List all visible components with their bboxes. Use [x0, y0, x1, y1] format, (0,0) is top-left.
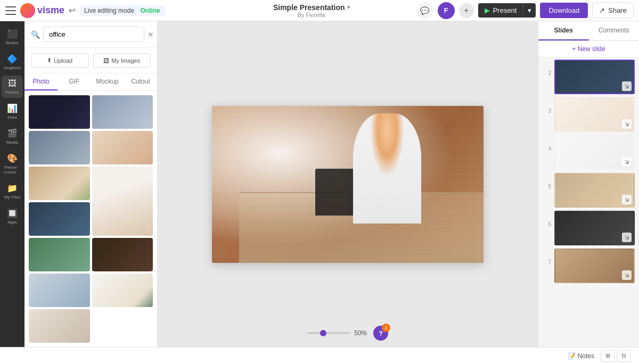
- undo-icon[interactable]: ↩: [69, 5, 76, 15]
- menu-icon[interactable]: [5, 6, 16, 15]
- slides-tabs: Slides Comments: [538, 21, 639, 41]
- slide-item-6[interactable]: 6 ⇲: [543, 211, 635, 245]
- image-grid: [24, 91, 157, 347]
- add-collaborator-button[interactable]: +: [459, 3, 474, 18]
- tab-mockup[interactable]: Mockup: [91, 73, 124, 90]
- slide-item-4[interactable]: 4 ⇲: [543, 135, 635, 170]
- photos-panel: 🔍 ✕ ⬆ Upload 🖼 My Images Photo GIF Mocku…: [24, 21, 158, 347]
- my-images-icon: 🖼: [103, 57, 109, 64]
- sidebar-item-graphics[interactable]: 🔷 Graphics: [2, 51, 23, 73]
- live-badge: Live editing mode Online: [80, 5, 165, 16]
- live-label: Live editing mode: [84, 7, 134, 14]
- upload-button[interactable]: ⬆ Upload: [31, 53, 89, 68]
- slide-action-icon-6: ⇲: [622, 233, 632, 242]
- zoom-thumb[interactable]: [320, 330, 326, 336]
- slide-action-icon-5: ⇲: [622, 195, 632, 204]
- tab-gif[interactable]: GIF: [58, 73, 91, 90]
- search-clear-icon[interactable]: ✕: [148, 30, 154, 39]
- sidebar-label-basics: Basics: [6, 40, 19, 45]
- list-view-button[interactable]: ⊟: [617, 350, 630, 362]
- sidebar-label-apps: Apps: [7, 220, 17, 225]
- canvas-bottom: 50% ? 2: [307, 326, 388, 341]
- view-buttons: ⊞ ⊟: [601, 350, 630, 362]
- photo-thumb-5[interactable]: [29, 167, 90, 200]
- new-slide-button[interactable]: + New slide: [538, 41, 639, 57]
- presentation-title[interactable]: Simple Presentation ▾ By Fiorella: [273, 3, 350, 18]
- photo-thumb-8[interactable]: [29, 238, 90, 271]
- slide-number-5: 5: [543, 173, 551, 189]
- photo-tabs: Photo GIF Mockup Cutout: [24, 73, 157, 91]
- photo-thumb-11[interactable]: [92, 274, 153, 307]
- photos-icon: 🖼: [8, 79, 17, 88]
- photo-thumb-9[interactable]: [92, 238, 153, 271]
- grid-view-button[interactable]: ⊞: [601, 350, 615, 362]
- share-button[interactable]: ↗ Share: [592, 3, 634, 18]
- search-input[interactable]: [43, 27, 144, 42]
- slide-thumb-5[interactable]: ⇲: [554, 173, 635, 208]
- slide-thumb-7[interactable]: ⇲: [554, 249, 635, 283]
- download-button[interactable]: Download: [540, 3, 588, 18]
- photo-thumb-6[interactable]: [92, 167, 153, 236]
- my-images-button[interactable]: 🖼 My Images: [93, 53, 151, 68]
- tab-slides[interactable]: Slides: [538, 21, 589, 40]
- slide-thumb-6[interactable]: ⇲: [554, 211, 635, 245]
- tab-photo[interactable]: Photo: [24, 73, 58, 90]
- upload-icon: ⬆: [47, 57, 52, 64]
- slide-item-2[interactable]: 2 ⇲: [543, 60, 635, 94]
- notes-button[interactable]: 📝 Notes: [568, 352, 594, 360]
- my-images-label: My Images: [111, 57, 140, 64]
- theme-icon: 🎨: [7, 153, 18, 163]
- photo-thumb-7[interactable]: [29, 202, 90, 236]
- zoom-label: 50%: [354, 329, 367, 337]
- topbar-right: 💬 F + ▶ Present ▾ Download ↗ Share: [416, 2, 634, 19]
- present-label: Present: [493, 6, 517, 14]
- sidebar-label-myfiles: My Files: [4, 195, 20, 200]
- sidebar-item-theme[interactable]: 🎨 Theme Colors: [2, 150, 23, 178]
- photo-thumb-10[interactable]: [29, 274, 90, 307]
- sidebar-item-apps[interactable]: 🔲 Apps: [2, 205, 23, 228]
- person-silhouette: [353, 113, 421, 224]
- present-dropdown-icon[interactable]: ▾: [523, 3, 536, 18]
- slide-thumb-3[interactable]: ⇲: [554, 97, 635, 132]
- notification-count: 2: [382, 324, 390, 332]
- photo-thumb-1[interactable]: [29, 95, 90, 129]
- present-button[interactable]: ▶ Present ▾: [478, 3, 536, 18]
- slide-thumb-2[interactable]: ⇲: [554, 60, 635, 94]
- photo-thumb-4[interactable]: [92, 131, 153, 164]
- slide-image: [212, 106, 484, 263]
- comments-button[interactable]: 💬: [416, 2, 433, 19]
- sidebar-item-data[interactable]: 📊 Data: [2, 100, 23, 123]
- online-status: Online: [140, 7, 160, 14]
- main-layout: ⬛ Basics 🔷 Graphics 🖼 Photos 📊 Data 🎬 Me…: [0, 21, 639, 347]
- photo-thumb-2[interactable]: [92, 95, 153, 129]
- sidebar-item-photos[interactable]: 🖼 Photos: [2, 76, 23, 98]
- search-icon: 🔍: [31, 30, 40, 39]
- slide-number-3: 3: [543, 97, 551, 114]
- photo-thumb-3[interactable]: [29, 131, 90, 164]
- media-icon: 🎬: [7, 128, 18, 138]
- avatar[interactable]: F: [438, 2, 455, 19]
- apps-icon: 🔲: [7, 208, 18, 218]
- slide-thumb-4[interactable]: ⇲: [554, 135, 635, 170]
- bottom-bar: 📝 Notes ⊞ ⊟: [0, 347, 639, 364]
- share-icon: ↗: [599, 6, 605, 14]
- present-main[interactable]: ▶ Present: [478, 3, 523, 18]
- topbar-center: Simple Presentation ▾ By Fiorella: [211, 3, 412, 18]
- slide-number-6: 6: [543, 211, 551, 227]
- slide-canvas[interactable]: [212, 106, 484, 263]
- zoom-slider[interactable]: [307, 332, 350, 334]
- tab-comments[interactable]: Comments: [589, 21, 640, 40]
- sidebar-item-myfiles[interactable]: 📁 My Files: [2, 180, 23, 203]
- sidebar-item-media[interactable]: 🎬 Media: [2, 125, 23, 148]
- slide-item-5[interactable]: 5 ⇲: [543, 173, 635, 208]
- photo-thumb-12[interactable]: [29, 309, 90, 343]
- slide-item-3[interactable]: 3 ⇲: [543, 97, 635, 132]
- sidebar-item-basics[interactable]: ⬛ Basics: [2, 26, 23, 48]
- tab-cutout[interactable]: Cutout: [124, 73, 157, 90]
- slide-item-7[interactable]: 7 ⇲: [543, 249, 635, 283]
- slide-action-icon-3: ⇲: [622, 119, 632, 129]
- slide-list: 2 ⇲ 3 ⇲ 4 ⇲ 5 ⇲: [538, 57, 639, 347]
- sidebar-label-data: Data: [8, 115, 17, 120]
- slide-number-7: 7: [543, 249, 551, 265]
- presentation-name: Simple Presentation: [273, 3, 345, 12]
